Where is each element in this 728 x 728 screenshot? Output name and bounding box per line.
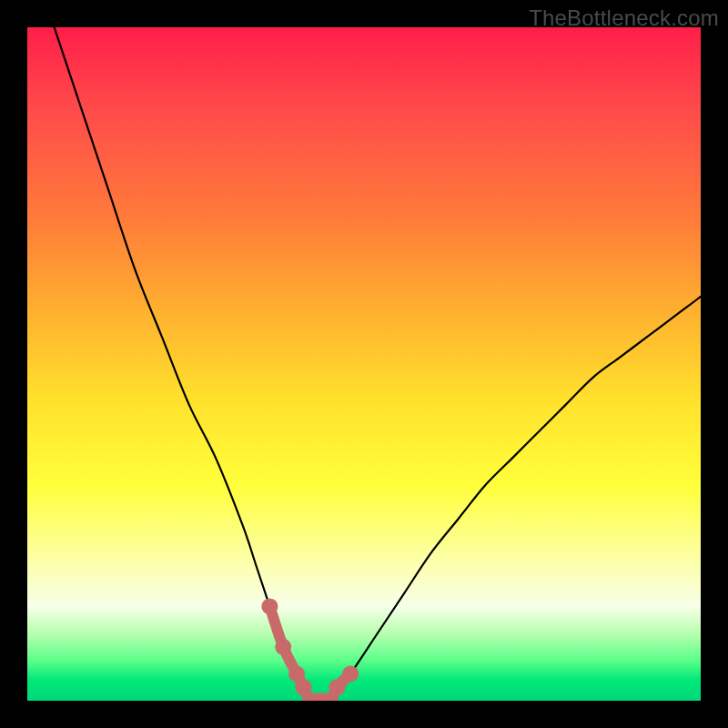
highlight-dot bbox=[329, 679, 345, 695]
highlight-dot bbox=[261, 598, 278, 614]
highlight-dot bbox=[342, 665, 359, 682]
watermark-text: TheBottleneck.com bbox=[529, 5, 719, 31]
plot-area bbox=[27, 27, 701, 701]
bottleneck-curve bbox=[27, 27, 701, 701]
chart-frame: TheBottleneck.com bbox=[0, 0, 728, 728]
curve-main bbox=[55, 27, 701, 701]
highlight-dot bbox=[275, 639, 291, 655]
